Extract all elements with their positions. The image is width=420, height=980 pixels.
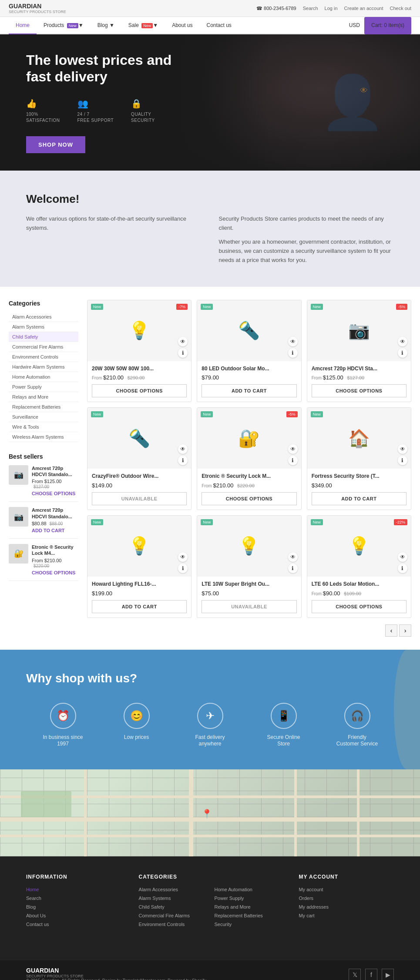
quickview-icon[interactable]: 👁 bbox=[288, 552, 298, 562]
quickview-icon[interactable]: 👁 bbox=[398, 444, 407, 454]
badge-new: New bbox=[91, 304, 103, 310]
footer-orders[interactable]: Orders bbox=[299, 896, 313, 901]
best-seller-name: Etronic ® Security Lock M4... bbox=[32, 544, 78, 557]
nav-home[interactable]: Home bbox=[9, 17, 37, 34]
footer-my-cart[interactable]: My cart bbox=[299, 913, 314, 918]
footer-cat-security[interactable]: Security bbox=[214, 922, 232, 927]
categories-title: Categories bbox=[9, 300, 78, 307]
best-seller-image: 📷 bbox=[9, 465, 28, 485]
footer-link-blog[interactable]: Blog bbox=[26, 904, 36, 910]
info-icon[interactable]: ℹ bbox=[288, 564, 298, 573]
footer-cat-batteries[interactable]: Replacement Batteries bbox=[214, 913, 262, 918]
footer-cat-power-supply[interactable]: Power Supply bbox=[214, 896, 244, 901]
facebook-icon[interactable]: f bbox=[365, 969, 377, 980]
category-surveillance[interactable]: Surveillance bbox=[9, 412, 78, 422]
cart-button[interactable]: Cart: 0 item(s) bbox=[364, 17, 411, 34]
choose-options-button[interactable]: CHOOSE OPTIONS bbox=[312, 384, 407, 397]
choose-options-button[interactable]: CHOOSE OPTIONS bbox=[312, 600, 407, 613]
prev-page-button[interactable]: ‹ bbox=[385, 624, 397, 637]
product-name: 20W 30W 50W 80W 100... bbox=[92, 366, 187, 373]
best-seller-choose-options[interactable]: CHOOSE OPTIONS bbox=[32, 570, 75, 575]
quickview-icon[interactable]: 👁 bbox=[178, 337, 188, 346]
checkout-link[interactable]: Check out bbox=[390, 6, 411, 11]
product-price: $349.00 bbox=[312, 482, 407, 489]
category-environment[interactable]: Environment Controls bbox=[9, 352, 78, 362]
footer-my-addresses[interactable]: My addresses bbox=[299, 904, 328, 910]
choose-options-button[interactable]: CHOOSE OPTIONS bbox=[202, 492, 296, 505]
best-sellers-title: Best sellers bbox=[9, 453, 78, 460]
best-seller-price: $80.88 $88.00 bbox=[32, 521, 78, 526]
info-icon[interactable]: ℹ bbox=[288, 456, 298, 465]
info-icon[interactable]: ℹ bbox=[398, 456, 407, 465]
footer-cat-alarm-systems[interactable]: Alarm Systems bbox=[139, 896, 171, 901]
footer-cat-commercial-fire[interactable]: Commercial Fire Alarms bbox=[139, 913, 190, 918]
category-wireless[interactable]: Wireless Alarm Systems bbox=[9, 432, 78, 442]
footer-cat-home-automation[interactable]: Home Automation bbox=[214, 887, 252, 892]
quickview-icon[interactable]: 👁 bbox=[398, 552, 407, 562]
add-to-cart-button[interactable]: ADD TO CART bbox=[312, 492, 407, 505]
list-item: Contact us bbox=[26, 921, 121, 927]
category-home-automation[interactable]: Home Automation bbox=[9, 372, 78, 382]
list-item: About Us bbox=[26, 913, 121, 919]
twitter-icon[interactable]: 𝕏 bbox=[349, 969, 361, 980]
footer-my-account[interactable]: My account bbox=[299, 887, 323, 892]
create-account-link[interactable]: Create an account bbox=[344, 6, 383, 11]
best-seller-price: From $125.00 $127.00 bbox=[32, 479, 78, 489]
best-seller-name: Amcrest 720p HDCVI Standalo... bbox=[32, 465, 78, 478]
why-feature-prices: 😊 Low prices bbox=[111, 703, 163, 748]
quickview-icon[interactable]: 👁 bbox=[398, 337, 407, 346]
info-icon[interactable]: ℹ bbox=[178, 564, 188, 573]
category-alarm-systems[interactable]: Alarm Systems bbox=[9, 322, 78, 332]
footer-cat-environment[interactable]: Environment Controls bbox=[139, 922, 185, 927]
login-link[interactable]: Log in bbox=[325, 6, 338, 11]
category-relays[interactable]: Relays and More bbox=[9, 392, 78, 402]
add-to-cart-button[interactable]: ADD TO CART bbox=[202, 384, 296, 397]
info-icon[interactable]: ℹ bbox=[178, 456, 188, 465]
nav-sale[interactable]: Sale New▼ bbox=[121, 17, 165, 34]
footer-cat-alarm-accessories[interactable]: Alarm Accessories bbox=[139, 887, 178, 892]
quickview-icon[interactable]: 👁 bbox=[178, 444, 188, 454]
info-icon[interactable]: ℹ bbox=[288, 348, 298, 358]
footer-link-about[interactable]: About Us bbox=[26, 913, 46, 918]
category-alarm-accessories[interactable]: Alarm Accessories bbox=[9, 312, 78, 322]
quickview-icon[interactable]: 👁 bbox=[288, 444, 298, 454]
nav-about[interactable]: About us bbox=[165, 17, 199, 34]
add-to-cart-button[interactable]: ADD TO CART bbox=[92, 600, 187, 613]
phone-number: ☎ 800-2345-6789 bbox=[256, 6, 296, 11]
quickview-icon[interactable]: 👁 bbox=[288, 337, 298, 346]
footer-link-home[interactable]: Home bbox=[26, 887, 39, 892]
next-page-button[interactable]: › bbox=[399, 624, 411, 637]
info-icon[interactable]: ℹ bbox=[398, 564, 407, 573]
footer-bottom: GUARDIAN SECURITY PRODUCTS STORE © 2015 … bbox=[0, 960, 420, 980]
category-power-supply[interactable]: Power Supply bbox=[9, 382, 78, 392]
list-item: Environment Controls bbox=[139, 921, 206, 927]
nav-products[interactable]: Products New▼ bbox=[37, 17, 91, 34]
shop-now-button[interactable]: SHOP NOW bbox=[26, 136, 85, 153]
why-feature-business: ⏰ In business since1997 bbox=[37, 703, 89, 748]
info-icon[interactable]: ℹ bbox=[398, 348, 407, 358]
category-child-safety[interactable]: Child Safety bbox=[9, 332, 78, 342]
quickview-icon[interactable]: 👁 bbox=[178, 552, 188, 562]
footer-link-search[interactable]: Search bbox=[26, 896, 41, 901]
best-seller-choose-options[interactable]: CHOOSE OPTIONS bbox=[32, 491, 75, 496]
choose-options-button[interactable]: CHOOSE OPTIONS bbox=[92, 384, 187, 397]
copyright-text: © 2015 Guardian. All Rights Reserved. De… bbox=[26, 978, 207, 980]
list-item: My cart bbox=[299, 913, 394, 919]
smile-icon: 😊 bbox=[124, 703, 150, 729]
nav-blog[interactable]: Blog ▼ bbox=[91, 17, 121, 34]
category-batteries[interactable]: Replacement Batteries bbox=[9, 402, 78, 412]
category-wire-tools[interactable]: Wire & Tools bbox=[9, 422, 78, 432]
list-item: Alarm Systems bbox=[9, 322, 78, 332]
badge-new: New bbox=[311, 304, 323, 310]
category-commercial-fire[interactable]: Commercial Fire Alarms bbox=[9, 342, 78, 352]
youtube-icon[interactable]: ▶ bbox=[382, 969, 394, 980]
category-hardwire[interactable]: Hardwire Alarm Systems bbox=[9, 362, 78, 372]
search-link[interactable]: Search bbox=[303, 6, 318, 11]
nav-contact[interactable]: Contact us bbox=[200, 17, 239, 34]
footer-cat-relays[interactable]: Relays and More bbox=[214, 904, 250, 910]
info-icon[interactable]: ℹ bbox=[178, 348, 188, 358]
footer-cat-child-safety[interactable]: Child Safety bbox=[139, 904, 165, 910]
currency-selector[interactable]: USD bbox=[349, 22, 360, 28]
best-seller-add-to-cart[interactable]: ADD TO CART bbox=[32, 528, 65, 533]
footer-link-contact[interactable]: Contact us bbox=[26, 922, 49, 927]
